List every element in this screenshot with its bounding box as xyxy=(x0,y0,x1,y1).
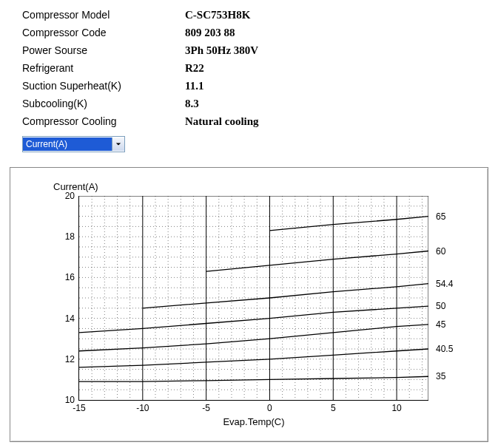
spec-row: Compressor Cooling Natural cooling xyxy=(22,112,498,130)
series-label: 45 xyxy=(428,319,445,330)
spec-label: Refrigerant xyxy=(22,62,185,74)
chart-panel: Current(A) Evap.Temp(C) -15-10-505101012… xyxy=(10,167,488,442)
x-axis-label: Evap.Temp(C) xyxy=(79,416,428,427)
series-label: 35 xyxy=(428,371,445,381)
y-tick: 10 xyxy=(65,395,79,405)
x-tick: 10 xyxy=(391,400,401,413)
spec-value: 809 203 88 xyxy=(185,27,235,39)
spec-table: Compressor Model C-SC753H8K Compressor C… xyxy=(22,6,498,130)
chevron-down-icon xyxy=(112,138,124,151)
spec-row: Suction Superheat(K) 11.1 xyxy=(22,77,498,95)
spec-label: Compressor Code xyxy=(22,27,185,38)
chart-plot: Evap.Temp(C) -15-10-50510101214161820354… xyxy=(78,196,428,401)
spec-row: Compressor Model C-SC753H8K xyxy=(22,6,498,24)
spec-value: R22 xyxy=(185,62,204,75)
series-label: 60 xyxy=(428,246,445,257)
spec-label: Subcooling(K) xyxy=(22,98,185,109)
x-tick: 0 xyxy=(267,400,272,413)
y-tick: 12 xyxy=(65,354,79,364)
spec-value: Natural cooling xyxy=(185,115,259,128)
y-tick: 18 xyxy=(65,231,79,242)
spec-label: Compressor Cooling xyxy=(22,115,185,127)
spec-value: 11.1 xyxy=(185,80,203,92)
metric-dropdown[interactable]: Current(A) xyxy=(22,136,125,152)
y-tick: 14 xyxy=(65,313,79,324)
series-label: 50 xyxy=(428,301,445,311)
series-label: 65 xyxy=(428,211,445,222)
spec-row: Subcooling(K) 8.3 xyxy=(22,95,498,112)
series-label: 54.4 xyxy=(428,279,453,289)
spec-label: Compressor Model xyxy=(22,9,185,21)
spec-label: Power Sourse xyxy=(22,44,185,56)
series-label: 40.5 xyxy=(428,344,453,354)
spec-value: 3Ph 50Hz 380V xyxy=(185,44,258,57)
y-tick: 20 xyxy=(65,191,79,201)
spec-value: C-SC753H8K xyxy=(185,9,250,21)
spec-row: Refrigerant R22 xyxy=(22,59,498,77)
dropdown-selected: Current(A) xyxy=(23,138,112,151)
x-tick: -10 xyxy=(136,400,149,413)
spec-value: 8.3 xyxy=(185,98,199,110)
spec-row: Compressor Code 809 203 88 xyxy=(22,24,498,41)
spec-row: Power Sourse 3Ph 50Hz 380V xyxy=(22,41,498,59)
x-tick: -5 xyxy=(202,400,210,413)
y-tick: 16 xyxy=(65,272,79,282)
spec-label: Suction Superheat(K) xyxy=(22,80,185,92)
x-tick: 5 xyxy=(331,400,336,413)
